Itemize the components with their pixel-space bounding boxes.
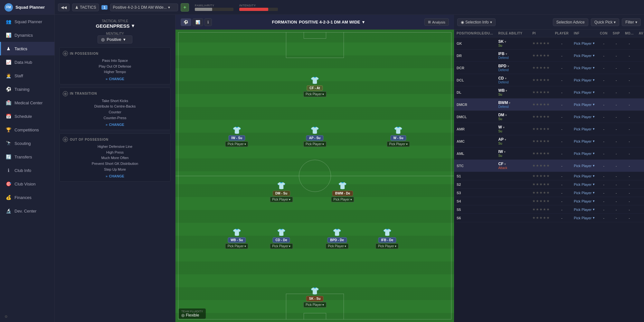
sidebar-item-data-hub[interactable]: 📈Data Hub	[0, 55, 54, 69]
pick-player-btn-wr[interactable]: Pick Player▾	[387, 141, 410, 147]
pitch-penalty-top	[286, 32, 344, 58]
pos-badge-gk[interactable]: SK - Su	[306, 296, 324, 301]
pick-player-row-btn-13[interactable]: Pick Player ▾	[574, 191, 595, 195]
mo-cell: -	[636, 74, 644, 86]
pick-player-row-btn-5[interactable]: Pick Player ▾	[574, 102, 595, 107]
analysis-button[interactable]: ⊞ Analysis	[424, 18, 449, 26]
pick-player-btn-gk[interactable]: Pick Player▾	[303, 302, 326, 308]
pos-badge-ap[interactable]: AP - Su	[306, 135, 323, 141]
selection-advice-button[interactable]: Selection Advice	[553, 18, 588, 26]
star-16-4: ★	[546, 216, 550, 220]
pos-badge-cdl[interactable]: CD - De	[273, 237, 290, 243]
sidebar-item-training[interactable]: ⚽Training	[0, 82, 54, 96]
pos-badge-bwm[interactable]: BWM - De	[332, 191, 353, 196]
sidebar-item-club-vision[interactable]: 🎯Club Vision	[0, 177, 54, 191]
pick-player-btn-iwl[interactable]: Pick Player▾	[225, 141, 248, 147]
role-dropdown[interactable]: ▾	[504, 162, 506, 166]
role-dropdown[interactable]: ▾	[507, 64, 509, 68]
formation-select[interactable]: Positive 4-2-3-1 DM AM Wide... ▾	[110, 4, 178, 11]
sidebar-item-transfers[interactable]: 🔄Transfers	[0, 150, 54, 164]
pitch-tab-formation[interactable]: ⚽	[181, 18, 191, 26]
mo-cell: -	[636, 135, 644, 147]
pick-player-row-btn-12[interactable]: Pick Player ▾	[574, 182, 595, 186]
role-ability-stars: ★★★★★	[530, 147, 552, 160]
pitch-tab-stats[interactable]: 📊	[193, 18, 203, 26]
tactical-style-dropdown-icon[interactable]: ▾	[132, 23, 134, 29]
pos-badge-dm[interactable]: DM - Su	[272, 191, 290, 196]
table-row: DL WB ▾ Su ★★★★★ - Pick Player ▾ - - - -…	[454, 86, 644, 99]
role-dropdown[interactable]: ▾	[505, 40, 506, 43]
back-button[interactable]: ◀◀	[58, 4, 70, 11]
role-dropdown[interactable]: ▾	[505, 113, 507, 117]
pick-player-btn-cf[interactable]: Pick Player▾	[303, 91, 326, 97]
pos-badge-bpd[interactable]: BPD - De	[327, 237, 347, 243]
pick-player-row-btn-7[interactable]: Pick Player ▾	[574, 127, 595, 131]
star-7-2: ★	[539, 127, 543, 131]
pick-player-row-btn-14[interactable]: Pick Player ▾	[574, 199, 595, 203]
pitch-tab-info[interactable]: ℹ	[204, 18, 212, 26]
pick-player-btn-ap[interactable]: Pick Player▾	[303, 141, 326, 147]
pick-player-row-btn-15[interactable]: Pick Player ▾	[574, 207, 595, 212]
pick-player-row-btn-0[interactable]: Pick Player ▾	[574, 41, 595, 45]
pick-player-row-btn-9[interactable]: Pick Player ▾	[574, 151, 595, 156]
role-dropdown[interactable]: ▾	[506, 89, 507, 92]
role-dropdown[interactable]: ▾	[503, 126, 505, 129]
sidebar-item-schedule[interactable]: 📅Schedule	[0, 109, 54, 123]
quick-pick-button[interactable]: Quick Pick ▾	[591, 18, 620, 26]
pick-player-row-btn-2[interactable]: Pick Player ▾	[574, 66, 595, 70]
sidebar-item-finances[interactable]: 💰Finances	[0, 191, 54, 204]
role-dropdown[interactable]: ▾	[505, 77, 507, 80]
selection-info-button[interactable]: ◉ Selection Info ▾	[457, 18, 496, 26]
sidebar-item-staff[interactable]: 🧑‍💼Staff	[0, 69, 54, 82]
sidebar-item-scouting[interactable]: 🔭Scouting	[0, 137, 54, 150]
pick-player-row-btn-10[interactable]: Pick Player ▾	[574, 164, 595, 168]
role-dropdown[interactable]: ▾	[505, 138, 506, 141]
in-transition-change-button[interactable]: »CHANGE	[63, 123, 167, 127]
sidebar-item-competitions[interactable]: 🏆Competitions	[0, 123, 54, 137]
pick-player-btn-wbl[interactable]: Pick Player▾	[225, 243, 248, 249]
role-dropdown[interactable]: ▾	[509, 101, 510, 105]
col-position[interactable]: POSITION/ROLE/DU...	[454, 30, 496, 37]
pick-player-chevron: ▾	[593, 66, 595, 70]
pick-player-row-btn-4[interactable]: Pick Player ▾	[574, 90, 595, 94]
pick-player-row-btn-6[interactable]: Pick Player ▾	[574, 115, 595, 119]
pick-player-btn-ifb[interactable]: Pick Player▾	[376, 243, 399, 249]
con-cell: -	[610, 62, 622, 74]
pos-badge-wr[interactable]: W - Su	[390, 135, 406, 141]
pick-player-row-btn-16[interactable]: Pick Player ▾	[574, 216, 595, 220]
role-dropdown[interactable]: ▾	[506, 52, 507, 56]
pick-player-row-btn-1[interactable]: Pick Player ▾	[574, 53, 595, 58]
sidebar-item-medical-center[interactable]: 🏥Medical Center	[0, 96, 54, 109]
out-of-possession-change-button[interactable]: »CHANGE	[63, 174, 167, 178]
pos-badge-iwl[interactable]: IW - Su	[228, 135, 245, 141]
pos-badge-wbl[interactable]: WB - Su	[228, 237, 246, 243]
filter-button[interactable]: Filter ▾	[622, 18, 641, 26]
sidebar-item-dynamics[interactable]: 📊Dynamics	[0, 28, 54, 42]
pick-player-btn-bwm[interactable]: Pick Player▾	[331, 197, 354, 202]
sidebar-item-tactics[interactable]: ♟Tactics	[0, 42, 54, 55]
sidebar-item-dev-center[interactable]: 🔬Dev. Center	[0, 204, 54, 218]
schedule-icon: 📅	[5, 113, 11, 119]
sidebar-item-squad-planner[interactable]: 👥Squad Planner	[0, 15, 54, 28]
player-cell: Pick Player ▾	[571, 99, 597, 111]
mentality-select[interactable]: ◎ Positive ▾	[98, 35, 132, 43]
pick-player-row-btn-3[interactable]: Pick Player ▾	[574, 78, 595, 82]
pick-player-row-btn-8[interactable]: Pick Player ▾	[574, 139, 595, 143]
formation-chevron[interactable]: ▾	[362, 20, 365, 24]
right-top-bar: ◉ Selection Info ▾ Selection Advice Quic…	[454, 15, 644, 30]
sidebar-item-club-info[interactable]: ℹClub Info	[0, 164, 54, 177]
con-cell: -	[610, 111, 622, 123]
pick-player-btn-dm[interactable]: Pick Player▾	[270, 197, 293, 202]
role-dropdown[interactable]: ▾	[504, 150, 506, 154]
pos-badge-ifb[interactable]: IFB - De	[378, 237, 396, 243]
in-possession-change-button[interactable]: »CHANGE	[63, 77, 167, 81]
pick-player-btn-cdl[interactable]: Pick Player▾	[270, 243, 293, 249]
inf-cell: -	[597, 147, 610, 160]
tactics-tab-button[interactable]: ♟ TACTICS	[72, 4, 99, 11]
in-transition-section: ◎ IN TRANSITION Take Short KicksDistribu…	[59, 88, 171, 130]
pick-player-row-btn-11[interactable]: Pick Player ▾	[574, 174, 595, 178]
con-cell: -	[610, 37, 622, 50]
pick-player-btn-bpd[interactable]: Pick Player▾	[326, 243, 348, 249]
pos-badge-cf[interactable]: CF - At	[307, 85, 323, 91]
add-tactic-button[interactable]: +	[181, 3, 189, 12]
